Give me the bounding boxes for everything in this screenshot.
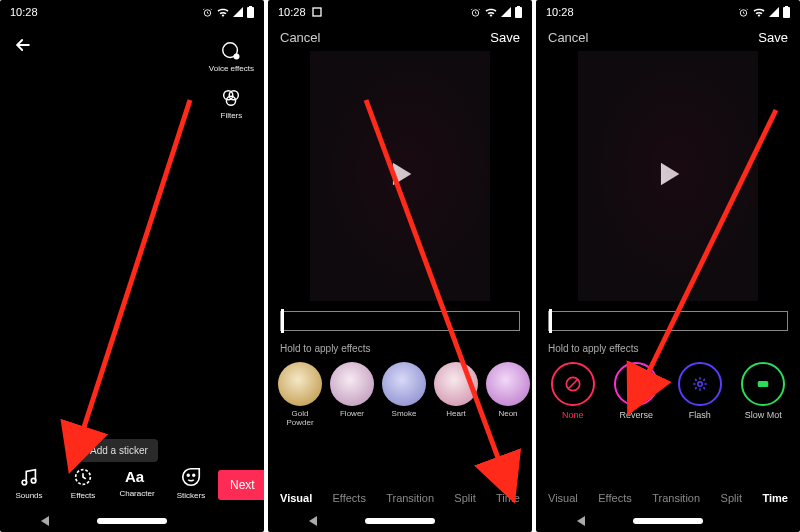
video-preview[interactable] [310, 51, 490, 301]
wifi-icon [485, 7, 497, 17]
time-effect-none[interactable]: None [548, 362, 598, 420]
tab-time[interactable]: Time [494, 486, 522, 510]
voice-effects-icon [220, 40, 242, 62]
tab-split[interactable]: Split [719, 486, 744, 510]
nav-back-icon[interactable] [41, 516, 49, 526]
time-effect-flash[interactable]: Flash [675, 362, 725, 420]
none-icon [563, 374, 583, 394]
status-time: 10:28 [546, 6, 574, 18]
svg-point-6 [230, 91, 239, 100]
tab-effects[interactable]: Effects [330, 486, 367, 510]
svg-rect-2 [249, 6, 252, 7]
nav-back-icon[interactable] [577, 516, 585, 526]
effect-flower[interactable]: Flower [330, 362, 374, 428]
playhead-indicator[interactable] [549, 309, 552, 333]
voice-effects-label: Voice effects [209, 64, 254, 73]
slowmo-icon [754, 375, 772, 393]
tab-visual[interactable]: Visual [278, 486, 314, 510]
reverse-icon [627, 375, 645, 393]
filters-button[interactable]: Filters [220, 87, 242, 120]
save-button[interactable]: Save [758, 30, 788, 45]
android-nav-bar [268, 510, 532, 532]
music-note-icon [18, 466, 40, 488]
svg-rect-21 [783, 7, 790, 18]
wifi-icon [217, 7, 229, 17]
video-timeline[interactable] [280, 311, 520, 331]
wifi-icon [753, 7, 765, 17]
screen-editor-main: 10:28 Voice effects Filters [0, 0, 264, 532]
cancel-button[interactable]: Cancel [280, 30, 320, 45]
android-nav-bar [0, 510, 264, 532]
time-none-label: None [562, 410, 584, 420]
video-timeline[interactable] [548, 311, 788, 331]
playhead-indicator[interactable] [281, 309, 284, 333]
signal-icon [501, 7, 511, 17]
tab-transition[interactable]: Transition [384, 486, 436, 510]
effect-category-tabs: Visual Effects Transition Split Time [536, 478, 800, 510]
nav-home-pill[interactable] [97, 518, 167, 524]
back-button[interactable] [10, 32, 36, 58]
play-icon[interactable] [383, 157, 417, 195]
save-button[interactable]: Save [490, 30, 520, 45]
status-bar: 10:28 [536, 0, 800, 24]
svg-point-8 [22, 480, 27, 485]
status-bar: 10:28 [268, 0, 532, 24]
battery-icon [247, 6, 254, 18]
effect-smoke[interactable]: Smoke [382, 362, 426, 428]
status-icons [470, 6, 522, 18]
effects-label: Effects [71, 491, 95, 500]
video-preview[interactable] [578, 51, 758, 301]
effects-button[interactable]: Effects [64, 466, 102, 500]
svg-text:Aa: Aa [125, 468, 145, 485]
svg-point-13 [193, 474, 195, 476]
alarm-icon [470, 7, 481, 18]
svg-line-24 [568, 379, 578, 389]
time-slowmo-label: Slow Mot [745, 410, 782, 420]
tab-time[interactable]: Time [761, 486, 790, 510]
status-time: 10:28 [10, 6, 38, 18]
svg-line-14 [75, 100, 190, 455]
text-aa-icon: Aa [125, 466, 149, 486]
status-time: 10:28 [278, 6, 306, 18]
stickers-button[interactable]: Stickers [172, 466, 210, 500]
hold-to-apply-hint: Hold to apply effects [548, 343, 800, 354]
annotation-arrow [20, 90, 220, 474]
time-effect-slowmo[interactable]: Slow Mot [739, 362, 789, 420]
nav-home-pill[interactable] [633, 518, 703, 524]
effect-gold-powder[interactable]: Gold Powder [278, 362, 322, 428]
screenshot-icon [312, 7, 322, 17]
next-button[interactable]: Next [218, 470, 264, 500]
tab-split[interactable]: Split [452, 486, 477, 510]
tab-visual[interactable]: Visual [546, 486, 580, 510]
voice-effects-button[interactable]: Voice effects [209, 40, 254, 73]
time-effect-reverse[interactable]: Reverse [612, 362, 662, 420]
status-icons [202, 6, 254, 18]
filters-icon [220, 87, 242, 109]
battery-icon [783, 6, 790, 18]
screen-effects-time: 10:28 Cancel Save Hold to apply effects [536, 0, 800, 532]
effect-neon[interactable]: Neon [486, 362, 530, 428]
effect-heart[interactable]: Heart [434, 362, 478, 428]
status-bar: 10:28 [0, 0, 264, 24]
stickers-label: Stickers [177, 491, 205, 500]
time-flash-label: Flash [689, 410, 711, 420]
effect-category-tabs: Visual Effects Transition Split Time [268, 478, 532, 510]
sounds-button[interactable]: Sounds [10, 466, 48, 500]
screen-effects-visual: 10:28 Cancel Save Hold to apply effects … [268, 0, 532, 532]
svg-point-4 [235, 54, 240, 59]
visual-effects-row: Gold Powder Flower Smoke Heart Neon Rain… [268, 362, 532, 428]
nav-home-pill[interactable] [365, 518, 435, 524]
hold-to-apply-hint: Hold to apply effects [280, 343, 532, 354]
cancel-button[interactable]: Cancel [548, 30, 588, 45]
svg-rect-15 [313, 8, 321, 16]
play-icon[interactable] [651, 157, 685, 195]
nav-back-icon[interactable] [309, 516, 317, 526]
alarm-icon [202, 7, 213, 18]
tab-effects[interactable]: Effects [596, 486, 633, 510]
character-button[interactable]: Aa Character [118, 466, 156, 500]
filters-label: Filters [221, 111, 243, 120]
flash-icon [691, 375, 709, 393]
tab-transition[interactable]: Transition [650, 486, 702, 510]
status-icons [738, 6, 790, 18]
sounds-label: Sounds [15, 491, 42, 500]
